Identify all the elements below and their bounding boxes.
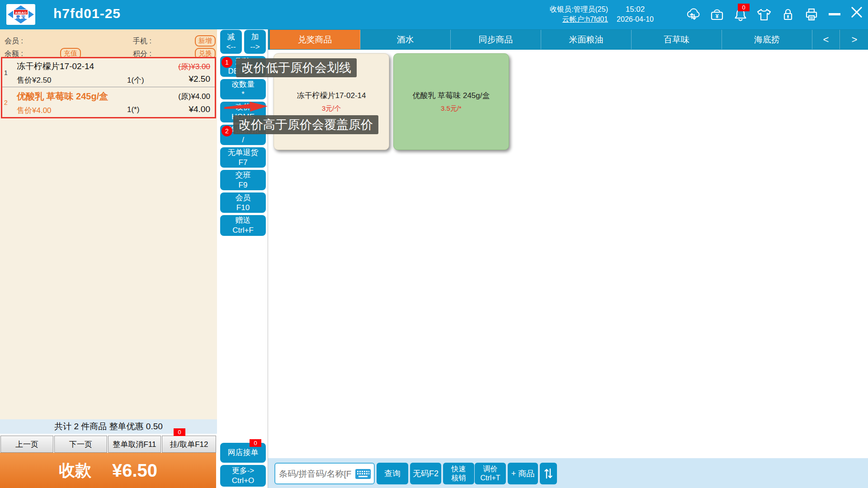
item-amount: ¥2.50 xyxy=(189,74,210,84)
button-hotkey: --> xyxy=(250,42,259,52)
phone-label: 手机 : xyxy=(133,37,151,46)
member-label: 会员 : xyxy=(5,37,23,46)
member-panel: 会员 : 手机 : 新增 余额 : 充值 积分 : 兑换 xyxy=(0,29,217,57)
product-grid: 冻干柠檬片17-02-14 3元/个 优酸乳 草莓味 245g/盒 3.5元/* xyxy=(268,50,868,458)
more-button[interactable]: 更多-> Ctrl+O xyxy=(220,465,266,487)
cart-panel: 1 冻干柠檬片17-02-14 (原)¥3.00 售价¥2.50 1(个) ¥2… xyxy=(0,57,217,419)
button-hotkey: / xyxy=(242,135,244,145)
tab-drinks[interactable]: 酒水 xyxy=(360,30,451,49)
search-input[interactable] xyxy=(278,464,352,484)
button-hotkey: <-- xyxy=(226,42,236,52)
adjust-price-button[interactable]: 调价 Ctrl+T xyxy=(475,463,506,484)
tab-haidilao[interactable]: 海底捞 xyxy=(722,30,812,49)
step-2-badge: 2 xyxy=(222,126,232,136)
no-barcode-button[interactable]: 无码F2 xyxy=(410,463,441,484)
cart-row[interactable]: 2 优酸乳 草莓味 245g/盒 (原)¥4.00 售价¥4.00 1(*) ¥… xyxy=(2,87,215,117)
title-bar: AIBAO 爱 宝 h7fd01-25 收银员:管理员(25) 云帐户:h7fd… xyxy=(0,0,868,29)
printer-icon[interactable] xyxy=(803,6,820,23)
search-box xyxy=(274,463,375,484)
item-index: 1 xyxy=(4,69,8,76)
close-icon xyxy=(849,5,864,20)
no-receipt-return-button[interactable]: 无单退货 F7 xyxy=(220,147,266,168)
logo-text: AIBAO xyxy=(15,11,27,15)
button-hotkey: F9 xyxy=(239,180,248,190)
cash-box-icon[interactable]: ¥ xyxy=(709,6,725,23)
cloud-sync-icon[interactable] xyxy=(685,6,701,23)
tab-baicaowei[interactable]: 百草味 xyxy=(632,30,722,49)
tab-redeem-goods[interactable]: 兑奖商品 xyxy=(270,30,360,49)
increase-button[interactable]: 加 --> xyxy=(244,30,266,54)
button-label: 加 xyxy=(251,32,259,42)
button-label: 会员 xyxy=(236,193,251,203)
cloud-account-link[interactable]: 云帐户:h7fd01 xyxy=(511,14,608,24)
button-label: 快速 xyxy=(452,465,466,474)
button-label: 更多-> xyxy=(232,466,255,476)
brand-logo: AIBAO 爱 宝 xyxy=(6,4,35,25)
prev-page-button[interactable]: 上一页 xyxy=(0,436,53,453)
item-quantity: 1(*) xyxy=(127,105,139,114)
checkout-label: 收款 xyxy=(59,460,91,482)
button-label: 交班 xyxy=(236,170,251,180)
member-add-button[interactable]: 新增 xyxy=(195,35,216,47)
button-label: 改数量 xyxy=(231,80,255,89)
button-hotkey: Ctrl+F xyxy=(232,225,254,235)
item-name: 优酸乳 草莓味 245g/盒 xyxy=(17,90,108,103)
cart-items-box: 1 冻干柠檬片17-02-14 (原)¥3.00 售价¥2.50 1(个) ¥2… xyxy=(1,57,216,118)
hold-order-badge: 0 xyxy=(174,428,185,436)
sort-arrows-icon xyxy=(543,468,553,479)
tabs-prev-button[interactable]: < xyxy=(812,30,840,49)
button-label: 减 xyxy=(227,32,235,42)
button-hotkey: F10 xyxy=(236,203,250,213)
item-sale-price: 售价¥4.00 xyxy=(17,105,52,116)
button-hotkey: * xyxy=(241,89,245,99)
sort-toggle-button[interactable] xyxy=(540,463,557,484)
category-tab-strip: 兑奖商品 酒水 同步商品 米面粮油 百草味 海底捞 < > xyxy=(268,29,868,50)
button-hotkey: Ctrl+O xyxy=(232,476,255,486)
tooltip-price-lower: 改价低于原价会划线 xyxy=(236,58,357,77)
online-orders-badge: 0 xyxy=(250,439,261,447)
change-quantity-button[interactable]: 改数量 * xyxy=(220,79,266,99)
button-label: 赠送 xyxy=(236,216,251,225)
shirt-icon[interactable] xyxy=(756,6,772,23)
cancel-order-button[interactable]: 整单取消F11 xyxy=(108,436,161,453)
notifications-badge: 0 xyxy=(738,4,750,11)
checkout-button[interactable]: 收款 ¥6.50 xyxy=(0,453,216,488)
item-amount: ¥4.00 xyxy=(189,104,210,114)
decrease-button[interactable]: 减 <-- xyxy=(220,30,242,54)
item-name: 冻干柠檬片17-02-14 xyxy=(17,61,94,72)
cart-row[interactable]: 1 冻干柠檬片17-02-14 (原)¥3.00 售价¥2.50 1(个) ¥2… xyxy=(2,58,215,87)
tabs-next-button[interactable]: > xyxy=(840,30,868,49)
item-original-price: (原)¥4.00 xyxy=(178,91,210,102)
member-button[interactable]: 会员 F10 xyxy=(220,192,266,213)
keyboard-icon[interactable] xyxy=(355,469,371,481)
tab-rice-flour-oil[interactable]: 米面粮油 xyxy=(541,30,632,49)
button-label: 调价 xyxy=(483,465,498,474)
product-name: 冻干柠檬片17-02-14 xyxy=(297,90,366,101)
item-index: 2 xyxy=(4,99,8,106)
product-price: 3元/个 xyxy=(322,104,341,113)
close-button[interactable] xyxy=(849,5,864,24)
clock-date: 2026-04-10 xyxy=(613,14,658,24)
logo-subtext: 爱 宝 xyxy=(16,15,26,19)
add-product-button[interactable]: + 商品 xyxy=(508,463,538,484)
shift-change-button[interactable]: 交班 F9 xyxy=(220,170,266,190)
item-sale-price: 售价¥2.50 xyxy=(17,75,52,85)
item-original-price: (原)¥3.00 xyxy=(178,61,210,72)
gift-button[interactable]: 赠送 Ctrl+F xyxy=(220,215,266,236)
bottom-toolbar: 查询 无码F2 快速 核销 调价 Ctrl+T + 商品 xyxy=(268,458,868,488)
query-button[interactable]: 查询 xyxy=(377,463,408,484)
page-title: h7fd01-25 xyxy=(53,6,121,21)
svg-text:¥: ¥ xyxy=(716,13,719,19)
cashier-label: 收银员:管理员(25) xyxy=(511,5,608,14)
product-card[interactable]: 优酸乳 草莓味 245g/盒 3.5元/* xyxy=(393,53,509,150)
hold-retrieve-button[interactable]: 挂/取单F12 xyxy=(162,436,216,453)
red-arrow-annotation-icon xyxy=(224,101,268,114)
next-page-button[interactable]: 下一页 xyxy=(54,436,107,453)
lock-icon[interactable] xyxy=(780,6,796,23)
button-label: 无单退货 xyxy=(228,148,259,158)
button-hotkey: F7 xyxy=(239,158,248,168)
quick-verify-button[interactable]: 快速 核销 xyxy=(443,463,474,484)
tab-sync-goods[interactable]: 同步商品 xyxy=(451,30,541,49)
step-1-badge: 1 xyxy=(222,57,232,68)
minimize-button[interactable] xyxy=(829,13,840,15)
